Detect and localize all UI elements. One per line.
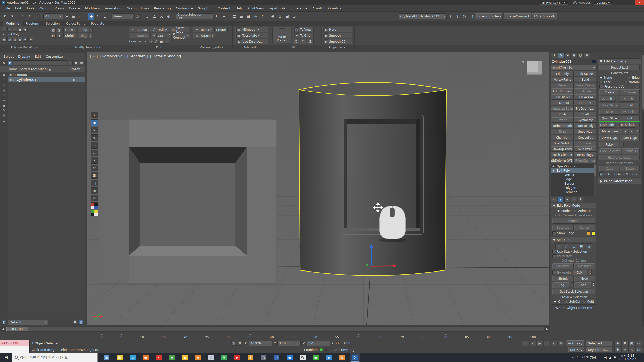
make-planar-geometry-button[interactable]: Make Planar bbox=[599, 129, 622, 134]
modifier-stack-row[interactable]: Polygon bbox=[551, 186, 596, 190]
menu-item[interactable]: Edit bbox=[13, 5, 24, 12]
ring-selection-button[interactable]: Ring bbox=[552, 282, 570, 288]
slice-button[interactable]: Slice bbox=[599, 109, 619, 115]
box-object[interactable] bbox=[99, 119, 277, 284]
viewport-menu-segment[interactable]: [ Perspective ] bbox=[100, 54, 125, 58]
pconnect-button[interactable]: ⌒P Connect▾ bbox=[166, 33, 190, 38]
relax-settings-box[interactable] bbox=[620, 142, 624, 147]
field-of-view-icon[interactable]: △ bbox=[628, 347, 635, 352]
filter-spacewarps-icon[interactable]: ≈ bbox=[2, 98, 7, 102]
toolbar-script-button[interactable]: UV 2 Smooth bbox=[532, 13, 557, 19]
cage-color-swatch[interactable] bbox=[587, 231, 590, 235]
pm-tool-icon-4[interactable]: ▩ bbox=[18, 37, 22, 42]
grow-selection-button[interactable]: Grow bbox=[574, 276, 595, 281]
auto-key-button[interactable]: Auto Key bbox=[566, 340, 584, 346]
hide-unselected-button[interactable]: Hide Unselected bbox=[599, 155, 640, 160]
taskbar-app-orange-flower[interactable]: ✱ bbox=[246, 353, 255, 362]
maximize-viewport-icon[interactable]: ◱ bbox=[635, 347, 642, 352]
explorer-object-row[interactable]: ◉ ○ Cylinder001 ▪ bbox=[8, 77, 85, 82]
ms-tool-icon-1[interactable]: ◩ bbox=[51, 28, 56, 32]
menu-item[interactable]: Scripting bbox=[195, 5, 215, 12]
modifier-eye-icon[interactable]: ◉ bbox=[552, 169, 555, 172]
pm-tool-icon-1[interactable]: ▦ bbox=[2, 37, 7, 42]
remove-modifier-icon[interactable]: ⊠ bbox=[571, 197, 577, 202]
viewcube-home-icon[interactable]: ⌂ bbox=[521, 60, 524, 64]
animate-radio[interactable]: Animate bbox=[574, 209, 591, 213]
modifier-button[interactable]: Push bbox=[551, 112, 574, 117]
menu-item[interactable]: Civil View bbox=[246, 5, 266, 12]
modifier-stack-row[interactable]: Vertex bbox=[551, 173, 596, 177]
unhide-all-button[interactable]: Unhide All bbox=[622, 148, 640, 154]
lock-explorer-icon[interactable]: ⊙ bbox=[68, 61, 73, 65]
taskbar-app-yellow-circle[interactable]: ● bbox=[180, 353, 190, 362]
hard-button[interactable]: ▲Hard bbox=[321, 27, 352, 32]
modifier-button[interactable]: Twist bbox=[551, 129, 574, 134]
select-manipulate-icon[interactable]: ◇ bbox=[134, 13, 140, 20]
go-to-end-icon[interactable]: » bbox=[550, 341, 557, 346]
modifier-button[interactable]: Bevel Profile bbox=[574, 83, 596, 88]
taskbar-app-blue-circle[interactable]: ● bbox=[285, 353, 294, 362]
mirror-icon[interactable]: ⇆ bbox=[214, 13, 220, 20]
key-filters-button[interactable]: Key Filters... bbox=[586, 347, 612, 352]
cut-geometry-button[interactable]: Cut bbox=[620, 116, 640, 121]
constraint-normal-radio[interactable]: Normal bbox=[624, 80, 640, 84]
pin-stack-icon[interactable]: ⊙ bbox=[551, 197, 557, 202]
explorer-settings-icon[interactable]: ≡ bbox=[74, 61, 78, 65]
taskbar-app-chrome[interactable]: ◉ bbox=[167, 353, 177, 362]
vp-select-cursor-icon[interactable]: ➤ bbox=[91, 127, 98, 133]
modifier-stack-row[interactable]: Edge bbox=[551, 177, 596, 181]
curve-editor-icon[interactable]: ∿ bbox=[252, 13, 259, 20]
scene-explorer-toggle-icon[interactable]: ≣ bbox=[231, 13, 238, 20]
align-axis-button[interactable]: Y bbox=[300, 39, 306, 44]
grow-button[interactable]: Grow bbox=[63, 27, 76, 32]
split-button[interactable]: Split bbox=[620, 103, 640, 108]
color-palette-green-icon[interactable] bbox=[91, 210, 98, 216]
polygon-modeling-footer[interactable]: Polygon Modeling ▾ bbox=[0, 45, 49, 49]
filter-lights-icon[interactable]: ☀ bbox=[2, 83, 7, 87]
selection-lock-icon[interactable]: ⊠ bbox=[238, 341, 243, 346]
shrink-button[interactable]: Shrink bbox=[63, 33, 76, 38]
create-geometry-button[interactable]: Create bbox=[599, 89, 619, 95]
explorer-columns-icon[interactable]: ▦ bbox=[79, 61, 84, 65]
vp-point-icon[interactable]: • bbox=[91, 157, 98, 164]
relax-button[interactable]: ≈Relax▾ bbox=[193, 27, 213, 32]
modify-tab-icon[interactable]: ∿ bbox=[558, 52, 564, 58]
taskbar-app-map-pin[interactable]: ▼ bbox=[219, 353, 229, 362]
modifier-button[interactable]: Extrude bbox=[574, 88, 596, 94]
settings-button[interactable]: Settings bbox=[552, 225, 574, 230]
taskbar-app-search-tool[interactable]: ○ bbox=[206, 353, 216, 362]
edit-poly-mode-label[interactable]: 2: Edit Poly bbox=[2, 32, 47, 36]
collapse-button[interactable]: Collapse bbox=[620, 89, 640, 95]
preserve-uvs-settings-box[interactable] bbox=[636, 85, 640, 88]
taskbar-app-firefox[interactable]: ● bbox=[141, 353, 150, 362]
polygon-mode-icon[interactable]: ■ bbox=[18, 27, 22, 32]
tray-expand-icon[interactable]: ∧ bbox=[572, 356, 574, 359]
undo-icon[interactable]: ↶ bbox=[2, 13, 8, 20]
modifier-button[interactable]: Edit Normals bbox=[551, 88, 574, 94]
enabled-dark-dot[interactable] bbox=[325, 348, 327, 351]
filter-bones-icon[interactable]: § bbox=[2, 113, 7, 117]
scene-explorer-menu-item[interactable]: Customize bbox=[43, 55, 65, 58]
quickslice-button[interactable]: QuickSlice bbox=[599, 116, 619, 121]
layer-manager-icon[interactable]: ▤ bbox=[238, 13, 245, 20]
reset-plane-button[interactable]: Reset Plane bbox=[620, 109, 640, 115]
modifier-button[interactable]: Mesh Cleaner bbox=[551, 152, 574, 157]
menu-item[interactable]: File bbox=[2, 5, 13, 12]
selection-filter-dropdown[interactable]: All▾ bbox=[43, 13, 63, 19]
active-layer-dropdown[interactable]: Default▾ bbox=[8, 320, 48, 325]
taskbar-app-orange-swirl[interactable]: ◉ bbox=[193, 353, 203, 362]
maximize-button[interactable]: ▢ bbox=[625, 0, 633, 5]
scene-explorer-menu-item[interactable]: Select bbox=[1, 55, 16, 58]
constraint-face-radio[interactable]: Face bbox=[599, 80, 611, 84]
modifier-button[interactable]: Sweep bbox=[551, 117, 574, 123]
select-link-icon[interactable]: ⊂ bbox=[19, 13, 25, 20]
taskbar-app-monitor[interactable]: ▣ bbox=[102, 353, 111, 362]
modifier-button[interactable]: Subdivide bbox=[574, 129, 596, 134]
vp-diamond-icon[interactable]: ◇ bbox=[91, 150, 98, 156]
explorer-list-view-icon[interactable]: ≣ bbox=[73, 320, 77, 325]
smooth-button[interactable]: ●Smooth bbox=[321, 33, 352, 38]
constraint-edge-radio[interactable]: Edge bbox=[628, 76, 640, 79]
select-scale-icon[interactable]: ⊿ bbox=[102, 13, 108, 20]
modifier-eye-icon[interactable]: ◉ bbox=[552, 165, 555, 168]
ring-button[interactable]: Ring bbox=[78, 33, 88, 38]
